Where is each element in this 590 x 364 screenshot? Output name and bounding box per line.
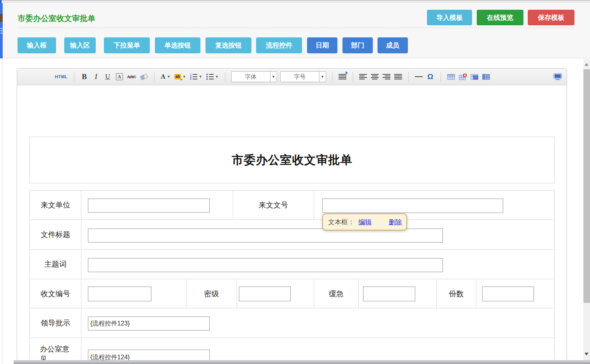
add-dropdown-button[interactable]: 下拉菜单 [104,37,150,53]
window-bottom-edge [14,360,590,364]
sidebar-menu-icon [0,28,2,29]
align-left-icon[interactable] [359,72,367,82]
secrecy-input[interactable] [239,287,291,301]
form-title: 市委办公室收文审批单 [232,152,353,168]
richtext-editor: HTML B I U A ABC A ▼ ab ▼ 123 ▼ [17,68,567,364]
add-checkbox-button[interactable]: 复选按钮 [205,37,251,53]
html-source-icon[interactable]: HTML [55,72,68,82]
collapsed-sidebar [0,3,3,58]
font-color-icon[interactable]: A ▼ [161,72,170,82]
delete-widget-link[interactable]: 删除 [389,218,402,227]
scroll-up-button[interactable] [585,63,588,66]
form-title-cell: 市委办公室收文审批单 [30,137,555,183]
align-justify-icon[interactable] [394,72,402,82]
copies-input[interactable] [482,287,534,301]
source-unit-input[interactable] [88,199,210,213]
app-window: 市委办公室收文审批单 导入模板 在线预览 保存模板 输入框 输入区 下拉菜单 单… [0,0,590,364]
special-character-icon[interactable]: Ω [427,72,434,82]
table-row: 收文编号 密级 缓急 份数 [30,280,554,308]
browser-edge-fragment [0,0,2,3]
chevron-down-icon: ▼ [215,75,219,79]
horizontal-rule-icon[interactable] [415,72,423,82]
toolbar-separator [441,72,441,82]
toolbar-separator [353,72,353,82]
scroll-down-button[interactable] [585,353,588,355]
sidebar-menu-icon [0,30,2,31]
form-table: 来文单位 来文文号 文件标题 主题词 收文编号 [30,190,555,364]
field-label-receipt-no: 收文编号 [41,289,70,299]
table-row: 来文单位 来文文号 [30,191,554,220]
table-properties-icon[interactable] [471,72,478,82]
align-center-icon[interactable] [371,72,379,82]
scrollbar-thumb[interactable] [583,69,590,303]
chevron-down-icon: ▼ [319,72,326,82]
add-member-button[interactable]: 成员 [378,37,408,53]
align-right-icon[interactable] [383,72,390,82]
ordered-list-icon[interactable]: 123 ▼ [190,72,202,82]
table-row: 主题词 [30,250,554,279]
table-row: 文件标题 [30,220,554,250]
add-input-box-button[interactable]: 输入框 [18,37,56,53]
chevron-down-icon: ▼ [270,72,277,82]
keywords-input[interactable] [88,258,443,272]
edit-widget-link[interactable]: 编辑 [358,218,372,227]
cell-properties-icon[interactable] [482,72,490,82]
page-title: 市委办公室收文审批单 [18,13,95,24]
field-label-leader-remark: 领导批示 [41,318,70,328]
toolbar-separator [74,72,74,82]
toolbar-separator [408,72,409,82]
add-textarea-button[interactable]: 输入区 [64,37,96,53]
scrollbar-track[interactable] [583,59,590,364]
delete-table-icon[interactable] [459,72,467,82]
unordered-list-icon[interactable]: ▼ [206,72,219,82]
widget-type-label: 文本框： [328,218,355,227]
sidebar-icon-fragment [0,14,3,22]
line-height-icon[interactable] [339,72,346,82]
field-label-keywords: 主题词 [44,259,67,269]
add-date-button[interactable]: 日期 [307,37,337,53]
window-top-band [0,0,590,3]
toolbar-separator [332,72,332,82]
import-template-button[interactable]: 导入模板 [427,10,472,25]
highlight-color-icon[interactable]: ab ▼ [174,72,186,82]
remove-format-icon[interactable] [140,73,148,80]
toolbar-separator [225,72,225,82]
field-label-doc-title: 文件标题 [41,230,70,240]
dashed-divider [18,28,574,28]
strikethrough-icon[interactable]: ABC [127,72,136,82]
source-number-input[interactable] [322,199,503,213]
font-style-icon[interactable]: A [116,73,123,80]
sidebar-menu-icon [0,33,2,33]
receipt-no-input[interactable] [88,287,151,301]
save-template-button[interactable]: 保存模板 [528,10,574,25]
add-flow-control-button[interactable]: 流程控件 [256,37,302,53]
field-label-urgency: 缓急 [329,289,344,299]
font-family-select[interactable]: 字体 ▼ [231,71,277,82]
online-preview-button[interactable]: 在线预览 [477,10,523,25]
italic-icon[interactable]: I [92,72,100,82]
insert-table-icon[interactable] [447,72,455,82]
underline-icon[interactable]: U [104,72,112,82]
add-department-button[interactable]: 部门 [342,37,373,53]
editor-toolbar: HTML B I U A ABC A ▼ ab ▼ 123 ▼ [17,69,567,85]
chevron-down-icon: ▼ [167,75,170,79]
field-label-copies: 份数 [449,289,464,299]
doc-title-input[interactable] [88,229,443,243]
font-size-select[interactable]: 字号 ▼ [280,71,326,82]
left-panel-border [2,58,2,364]
bold-icon[interactable]: B [81,72,88,82]
field-label-source-number: 来文文号 [259,200,288,210]
header: 市委办公室收文审批单 导入模板 在线预览 保存模板 输入框 输入区 下拉菜单 单… [3,3,590,58]
urgency-input[interactable] [363,287,415,301]
chevron-down-icon: ▼ [199,75,202,79]
fullscreen-icon[interactable] [553,72,562,82]
chevron-down-icon: ▼ [183,75,186,79]
widget-tooltip: 文本框： 编辑 删除 [322,213,407,230]
table-row: 领导批示 [30,309,554,338]
leader-remark-input[interactable] [88,317,210,331]
add-radio-button[interactable]: 单选按钮 [155,37,200,53]
field-label-source-unit: 来文单位 [41,200,70,210]
field-label-secrecy: 密级 [204,289,219,299]
toolbar-separator [154,72,155,82]
